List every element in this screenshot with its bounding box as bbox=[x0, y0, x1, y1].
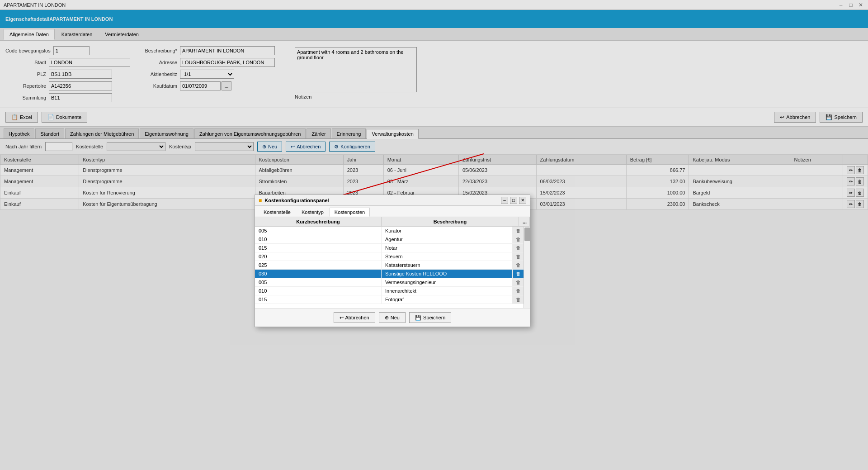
dialog-minimize-button[interactable]: – bbox=[501, 197, 508, 204]
kostenkonfigurationspanel-dialog: ■ Kostenkonfigurationspanel – □ ✕ Kosten… bbox=[255, 195, 530, 210]
dialog-title-text: Kostenkonfigurationspanel bbox=[264, 198, 329, 203]
dialog-tab-kostenstelle[interactable]: Kostenstelle bbox=[259, 208, 296, 210]
dialog-title-buttons: – □ ✕ bbox=[501, 197, 526, 204]
dialog-close-button[interactable]: ✕ bbox=[519, 197, 526, 204]
dialog-overlay bbox=[0, 0, 868, 210]
dialog-title-bar[interactable]: ■ Kostenkonfigurationspanel – □ ✕ bbox=[255, 195, 530, 206]
dialog-tab-kostenposten[interactable]: Kostenposten bbox=[330, 208, 370, 210]
dialog-nav: Kostenstelle Kostentyp Kostenposten bbox=[255, 206, 530, 210]
dialog-app-icon: ■ bbox=[259, 197, 262, 204]
dialog-tab-kostentyp[interactable]: Kostentyp bbox=[297, 208, 329, 210]
dialog-title-left: ■ Kostenkonfigurationspanel bbox=[259, 197, 329, 204]
dialog-maximize-button[interactable]: □ bbox=[510, 197, 517, 204]
